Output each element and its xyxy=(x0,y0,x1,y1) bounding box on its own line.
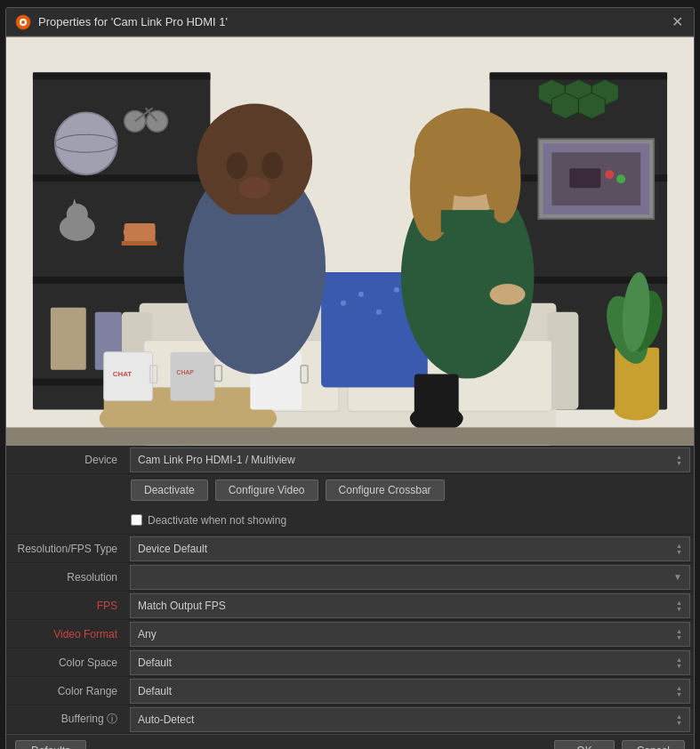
svg-rect-84 xyxy=(6,427,694,445)
svg-point-55 xyxy=(376,310,382,315)
deactivate-button[interactable]: Deactivate xyxy=(131,479,208,501)
device-value-cell: Cam Link Pro HDMI-1 / Multiview ▲ ▼ xyxy=(126,447,694,472)
color-range-value: Default xyxy=(138,685,172,697)
svg-rect-8 xyxy=(33,174,210,181)
defaults-button[interactable]: Defaults xyxy=(15,740,86,749)
svg-rect-24 xyxy=(51,308,86,370)
svg-point-40 xyxy=(616,174,625,183)
fps-label: FPS xyxy=(6,600,126,612)
svg-point-74 xyxy=(238,177,270,198)
svg-point-2 xyxy=(21,20,25,24)
svg-rect-38 xyxy=(569,168,600,188)
svg-point-81 xyxy=(490,284,526,305)
buffering-dropdown[interactable]: Auto-Detect ▲▼ xyxy=(130,707,690,732)
svg-point-39 xyxy=(605,170,614,179)
cancel-button[interactable]: Cancel xyxy=(622,740,685,749)
buffering-value: Auto-Detect xyxy=(138,713,194,726)
resolution-fps-type-value: Device Default xyxy=(138,543,207,555)
device-dropdown-value: Cam Link Pro HDMI-1 / Multiview xyxy=(138,454,295,466)
configure-crossbar-button[interactable]: Configure Crossbar xyxy=(326,479,445,501)
device-row: Device Cam Link Pro HDMI-1 / Multiview ▲… xyxy=(6,446,694,474)
buffering-label: Buffering ⓘ xyxy=(6,712,126,727)
svg-text:CHAP: CHAP xyxy=(177,369,195,375)
svg-point-53 xyxy=(341,301,346,306)
buttons-row: Deactivate Configure Video Configure Cro… xyxy=(6,474,694,506)
svg-rect-9 xyxy=(33,277,210,284)
color-range-dropdown[interactable]: Default ▲▼ xyxy=(130,679,690,704)
color-space-row: Color Space Default ▲▼ xyxy=(6,648,694,677)
deactivate-checkbox[interactable] xyxy=(131,514,142,526)
device-dropdown[interactable]: Cam Link Pro HDMI-1 / Multiview ▲ ▼ xyxy=(130,447,690,472)
svg-rect-71 xyxy=(219,214,290,241)
svg-rect-64 xyxy=(171,352,215,401)
checkbox-row: Deactivate when not showing xyxy=(6,506,694,535)
svg-rect-80 xyxy=(441,210,495,232)
preview-scene: CHAT CHAP xyxy=(6,36,694,446)
buffering-row: Buffering ⓘ Auto-Detect ▲▼ xyxy=(6,705,694,734)
svg-rect-19 xyxy=(122,241,157,246)
ok-button[interactable]: OK xyxy=(554,740,614,749)
resolution-fps-type-row: Resolution/FPS Type Device Default ▲▼ xyxy=(6,535,694,563)
svg-rect-27 xyxy=(490,72,667,79)
resolution-row: Resolution ▼ xyxy=(6,563,694,592)
color-space-label: Color Space xyxy=(6,656,126,669)
svg-point-21 xyxy=(67,204,88,225)
window-title: Properties for 'Cam Link Pro HDMI 1' xyxy=(38,15,228,28)
color-range-row: Color Range Default ▲▼ xyxy=(6,677,694,705)
resolution-fps-type-dropdown[interactable]: Device Default ▲▼ xyxy=(130,536,690,561)
fps-row: FPS Match Output FPS ▲▼ xyxy=(6,592,694,620)
bottom-bar: Defaults OK Cancel xyxy=(6,734,694,749)
resolution-fps-type-label: Resolution/FPS Type xyxy=(6,543,126,555)
video-format-label: Video Format xyxy=(6,628,126,640)
svg-text:CHAT: CHAT xyxy=(113,370,133,378)
svg-rect-83 xyxy=(414,374,459,423)
video-format-dropdown[interactable]: Any ▲▼ xyxy=(130,622,690,647)
fps-dropdown[interactable]: Match Output FPS ▲▼ xyxy=(130,593,690,618)
fps-value: Match Output FPS xyxy=(138,600,226,612)
main-window: Properties for 'Cam Link Pro HDMI 1' ✕ xyxy=(5,7,695,749)
color-space-value: Default xyxy=(138,656,172,669)
resolution-dropdown[interactable]: ▼ xyxy=(130,565,690,590)
configure-video-button[interactable]: Configure Video xyxy=(215,479,318,501)
svg-marker-34 xyxy=(578,93,605,118)
close-button[interactable]: ✕ xyxy=(669,14,685,30)
resolution-label: Resolution xyxy=(6,571,126,584)
device-label: Device xyxy=(6,454,126,466)
video-format-row: Video Format Any ▲▼ xyxy=(6,620,694,648)
app-icon xyxy=(15,14,31,30)
color-space-dropdown[interactable]: Default ▲▼ xyxy=(130,650,690,675)
svg-rect-7 xyxy=(33,72,210,79)
deactivate-checkbox-label[interactable]: Deactivate when not showing xyxy=(131,514,286,527)
svg-point-70 xyxy=(197,103,312,219)
controls-area: Device Cam Link Pro HDMI-1 / Multiview ▲… xyxy=(6,446,694,734)
color-range-label: Color Range xyxy=(6,685,126,697)
svg-point-73 xyxy=(261,152,283,179)
svg-point-54 xyxy=(358,292,364,297)
title-bar: Properties for 'Cam Link Pro HDMI 1' ✕ xyxy=(6,8,694,36)
svg-marker-33 xyxy=(551,93,578,118)
svg-point-72 xyxy=(226,152,247,179)
svg-point-11 xyxy=(55,112,117,174)
svg-point-56 xyxy=(394,287,399,293)
video-format-value: Any xyxy=(138,628,157,640)
video-preview: CHAT CHAP xyxy=(6,36,694,446)
svg-point-14 xyxy=(125,110,146,132)
checkbox-text: Deactivate when not showing xyxy=(148,514,286,527)
